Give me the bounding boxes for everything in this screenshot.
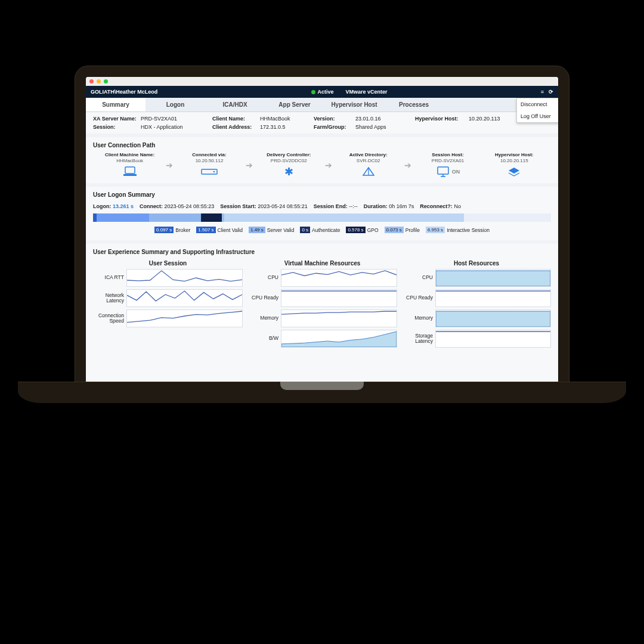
status-text: Active	[318, 89, 334, 95]
leg-auth-time: 0 s	[300, 227, 310, 233]
end-lbl: Session End:	[314, 203, 348, 209]
dur-lbl: Duration:	[364, 203, 388, 209]
path-ad-value: SVR-DC02	[335, 158, 401, 163]
farm-label: Farm/Group:	[314, 124, 355, 130]
start-lbl: Session Start:	[220, 203, 256, 209]
gateway-icon	[176, 165, 242, 178]
hypervisor-label: Hypervisor Host:	[415, 116, 469, 122]
vm-bw-label: B/W	[247, 336, 281, 341]
client-name-label: Client Name:	[212, 116, 260, 122]
svg-rect-5	[438, 167, 448, 174]
svg-rect-0	[125, 167, 135, 174]
leg-server: Server Valid	[267, 227, 295, 233]
menu-disconnect[interactable]: Disconnect	[517, 98, 558, 110]
ux-section: User Experience Summary and Supporting I…	[86, 240, 558, 355]
vm-cpu-chart[interactable]	[281, 269, 397, 287]
vm-mem-chart[interactable]	[281, 309, 397, 327]
host-cpuready-chart[interactable]	[435, 289, 551, 307]
path-ad-label: Active Directory:	[335, 152, 401, 157]
app-window: GOLIATH\Heather McLeod Active VMware vCe…	[86, 77, 558, 382]
snowflake-icon: ✱	[256, 165, 322, 178]
maximize-icon[interactable]	[104, 79, 108, 83]
title-bar: GOLIATH\Heather McLeod Active VMware vCe…	[86, 86, 558, 98]
session-info: XA Server Name: PRD-SV2XA01 Client Name:…	[86, 112, 558, 134]
host-mem-label: Memory	[402, 315, 435, 321]
connection-path-section: User Connection Path Client Machine Name…	[86, 134, 558, 183]
refresh-icon[interactable]: ⟳	[549, 89, 553, 95]
tab-app-server[interactable]: App Server	[265, 98, 324, 112]
leg-broker: Broker	[175, 227, 190, 233]
arrow-icon: ➔	[322, 160, 335, 170]
leg-profile: Profile	[405, 227, 420, 233]
leg-gpo: GPO	[367, 227, 379, 233]
session-value: HDX - Application	[141, 124, 212, 130]
monitor-icon: ON	[414, 165, 481, 178]
path-hh-label: Hypervisor Host:	[481, 152, 547, 157]
menu-log-off[interactable]: Log Off User	[517, 110, 558, 122]
leg-client-time: 1.507 s	[196, 227, 215, 233]
ica-rtt-chart[interactable]	[126, 269, 243, 287]
path-dc-label: Delivery Controller:	[256, 152, 322, 157]
client-name-value: HHMacBook	[260, 116, 314, 122]
vm-cpu-label: CPU	[247, 275, 281, 280]
environment-label: VMware vCenter	[346, 89, 388, 95]
path-sh-label: Session Host:	[414, 152, 481, 157]
tab-summary[interactable]: Summary	[86, 98, 145, 112]
connect-value: 2023-05-24 08:55:23	[165, 203, 215, 209]
conn-speed-chart[interactable]	[126, 309, 243, 327]
window-traffic-lights[interactable]	[86, 77, 558, 86]
rec-lbl: Reconnect?:	[420, 203, 453, 209]
session-label: Session:	[93, 124, 141, 130]
vm-cpuready-chart[interactable]	[281, 289, 397, 307]
vm-cpuready-label: CPU Ready	[247, 295, 281, 301]
vm-title: Virtual Machine Resources	[247, 259, 397, 269]
tab-processes[interactable]: Processes	[384, 98, 444, 112]
leg-auth: Authenticate	[312, 227, 340, 233]
version-label: Version:	[314, 116, 355, 122]
user-session-title: User Session	[93, 259, 243, 269]
on-label: ON	[452, 169, 460, 175]
ica-rtt-label: ICA RTT	[93, 275, 126, 280]
path-client-label: Client Machine Name:	[97, 152, 163, 157]
minimize-icon[interactable]	[97, 79, 101, 83]
tab-hypervisor-host[interactable]: Hypervisor Host	[324, 98, 384, 112]
rec-value: No	[454, 203, 461, 209]
xa-server-label: XA Server Name:	[93, 116, 141, 122]
tab-ica-hdx[interactable]: ICA/HDX	[205, 98, 265, 112]
host-cpuready-label: CPU Ready	[402, 295, 435, 301]
leg-profile-time: 0.073 s	[385, 227, 404, 233]
arrow-icon: ➔	[163, 160, 176, 170]
close-icon[interactable]	[89, 79, 94, 83]
leg-gpo-time: 0.578 s	[346, 227, 365, 233]
laptop-icon	[97, 165, 163, 178]
host-cpu-label: CPU	[402, 275, 435, 280]
svg-rect-1	[123, 174, 137, 176]
layers-icon	[481, 165, 547, 178]
leg-inter: Interactive Session	[447, 227, 490, 233]
arrow-icon: ➔	[243, 160, 256, 170]
logon-value: 13.261 s	[113, 203, 134, 209]
tab-bar: Summary Logon ICA/HDX App Server Hypervi…	[86, 98, 558, 112]
farm-value: Shared Apps	[355, 124, 415, 130]
menu-icon[interactable]: ≡	[541, 89, 544, 95]
net-latency-chart[interactable]	[126, 289, 243, 307]
end-value: --:--	[349, 203, 358, 209]
status-dot-icon	[311, 90, 315, 94]
host-storage-label: Storage Latency	[402, 333, 435, 345]
tab-logon[interactable]: Logon	[145, 98, 205, 112]
logon-progress-bar	[93, 213, 551, 222]
connect-lbl: Connect:	[140, 203, 163, 209]
svg-point-3	[213, 171, 215, 173]
session-action-menu[interactable]: Disconnect Log Off User	[516, 98, 558, 123]
host-storage-chart[interactable]	[435, 330, 551, 348]
logon-lbl: Logon:	[93, 203, 112, 209]
vm-bw-chart[interactable]	[281, 330, 397, 348]
path-sh-value: PRD-SV2XA01	[414, 158, 481, 163]
hypervisor-value: 10.20.20.113	[469, 116, 522, 122]
host-mem-chart[interactable]	[435, 309, 551, 327]
path-conn-label: Connected via:	[176, 152, 242, 157]
leg-inter-time: 6.953 s	[426, 227, 445, 233]
host-cpu-chart[interactable]	[435, 269, 551, 287]
user-label: GOLIATH\Heather McLeod	[91, 89, 157, 95]
directory-icon	[335, 165, 401, 178]
